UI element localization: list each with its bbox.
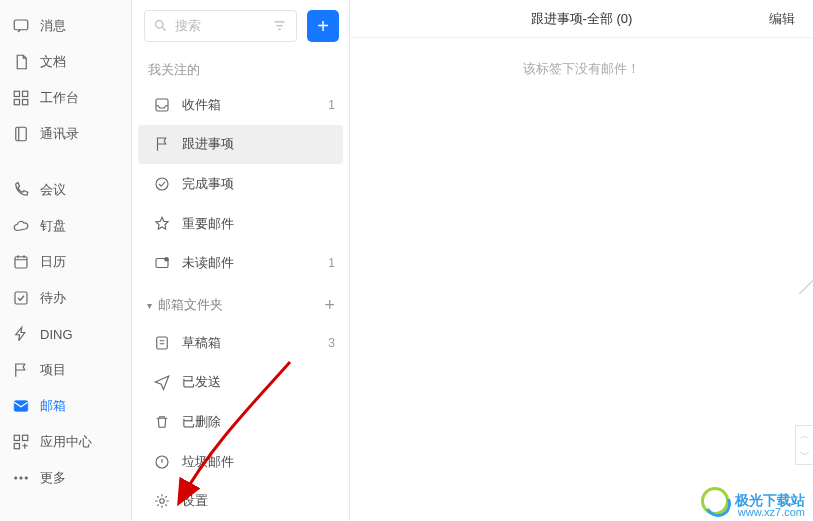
nav-label: 钉盘: [40, 217, 66, 235]
grid-icon: [12, 89, 30, 107]
chevron-down-icon: ﹀: [800, 448, 810, 462]
sent-icon: [152, 372, 172, 392]
folder-label: 已发送: [182, 373, 335, 391]
nav-label: 更多: [40, 469, 66, 487]
trash-icon: [152, 412, 172, 432]
folder-spam[interactable]: 垃圾邮件: [132, 442, 349, 482]
svg-point-16: [156, 178, 168, 190]
svg-point-14: [25, 477, 27, 479]
svg-rect-1: [14, 91, 19, 96]
content-title: 跟进事项-全部 (0): [531, 10, 633, 28]
nav-label: 日历: [40, 253, 66, 271]
edit-button[interactable]: 编辑: [769, 10, 795, 28]
section-followed-title: 我关注的: [132, 56, 349, 85]
nav-label: 工作台: [40, 89, 79, 107]
nav-ding[interactable]: DING: [0, 316, 131, 352]
section-folders-title: 邮箱文件夹: [158, 297, 324, 314]
chat-icon: [12, 17, 30, 35]
folder-count: 3: [328, 336, 335, 350]
star-icon: [152, 214, 172, 234]
filter-icon[interactable]: [272, 18, 288, 34]
svg-rect-3: [14, 100, 19, 105]
folder-unread[interactable]: 未读邮件 1: [132, 244, 349, 284]
nav-workbench[interactable]: 工作台: [0, 80, 131, 116]
nav-label: 待办: [40, 289, 66, 307]
svg-point-21: [160, 499, 165, 504]
nav-label: 消息: [40, 17, 66, 35]
folder-label: 重要邮件: [182, 215, 335, 233]
watermark-url: www.xz7.com: [738, 506, 805, 518]
search-icon: [153, 18, 169, 34]
apps-icon: [12, 433, 30, 451]
svg-point-15: [156, 21, 164, 29]
content-header: 跟进事项-全部 (0) 编辑: [350, 0, 813, 38]
compose-button[interactable]: +: [307, 10, 339, 42]
folder-completed[interactable]: 完成事项: [132, 164, 349, 204]
nav-todo[interactable]: 待办: [0, 280, 131, 316]
svg-point-12: [15, 477, 17, 479]
nav-label: DING: [40, 327, 73, 342]
nav-label: 通讯录: [40, 125, 79, 143]
svg-rect-5: [16, 127, 27, 141]
cloud-icon: [12, 217, 30, 235]
check-icon: [12, 289, 30, 307]
watermark-logo-icon: [701, 487, 729, 515]
svg-rect-10: [23, 435, 28, 440]
empty-message: 该标签下没有邮件！: [350, 38, 813, 78]
nav-label: 邮箱: [40, 397, 66, 415]
scroll-control[interactable]: ︿ ﹀: [795, 425, 813, 465]
nav-appcenter[interactable]: 应用中心: [0, 424, 131, 460]
settings-item[interactable]: 设置: [132, 481, 349, 521]
decorative-stroke: ∕: [803, 270, 813, 302]
nav-projects[interactable]: 项目: [0, 352, 131, 388]
bolt-icon: [12, 325, 30, 343]
chevron-up-icon: ︿: [800, 429, 810, 443]
svg-rect-4: [23, 100, 28, 105]
search-placeholder: 搜索: [175, 17, 272, 35]
draft-icon: [152, 333, 172, 353]
svg-point-18: [164, 257, 169, 262]
nav-mail[interactable]: 邮箱: [0, 388, 131, 424]
folder-label: 收件箱: [182, 96, 328, 114]
folder-important[interactable]: 重要邮件: [132, 204, 349, 244]
nav-contacts[interactable]: 通讯录: [0, 116, 131, 152]
folder-drafts[interactable]: 草稿箱 3: [132, 323, 349, 363]
add-folder-button[interactable]: +: [324, 295, 335, 316]
svg-rect-11: [14, 444, 19, 449]
unread-icon: [152, 253, 172, 273]
svg-rect-0: [14, 20, 28, 30]
folder-inbox[interactable]: 收件箱 1: [132, 85, 349, 125]
nav-docs[interactable]: 文档: [0, 44, 131, 80]
folder-sent[interactable]: 已发送: [132, 362, 349, 402]
folder-label: 草稿箱: [182, 334, 328, 352]
folder-label: 未读邮件: [182, 254, 328, 272]
mail-icon: [12, 397, 30, 415]
flag-icon: [12, 361, 30, 379]
svg-rect-8: [14, 401, 28, 412]
nav-more[interactable]: 更多: [0, 460, 131, 496]
nav-label: 项目: [40, 361, 66, 379]
nav-calendar[interactable]: 日历: [0, 244, 131, 280]
mail-content: 跟进事项-全部 (0) 编辑 该标签下没有邮件！ ︿ ﹀ ∕: [350, 0, 813, 521]
flag-icon: [152, 134, 172, 154]
nav-meeting[interactable]: 会议: [0, 172, 131, 208]
folder-followup[interactable]: 跟进事项: [138, 125, 343, 165]
chevron-down-icon[interactable]: ▾: [142, 300, 156, 311]
inbox-icon: [152, 95, 172, 115]
svg-rect-19: [157, 337, 168, 349]
nav-label: 应用中心: [40, 433, 92, 451]
folder-label: 设置: [182, 492, 335, 510]
plus-icon: +: [317, 16, 329, 36]
spam-icon: [152, 452, 172, 472]
search-input[interactable]: 搜索: [144, 10, 297, 42]
nav-messages[interactable]: 消息: [0, 8, 131, 44]
nav-label: 会议: [40, 181, 66, 199]
nav-drive[interactable]: 钉盘: [0, 208, 131, 244]
svg-rect-7: [15, 292, 27, 304]
folder-count: 1: [328, 98, 335, 112]
folder-label: 跟进事项: [182, 135, 329, 153]
nav-label: 文档: [40, 53, 66, 71]
svg-rect-2: [23, 91, 28, 96]
folder-deleted[interactable]: 已删除: [132, 402, 349, 442]
gear-icon: [152, 491, 172, 511]
